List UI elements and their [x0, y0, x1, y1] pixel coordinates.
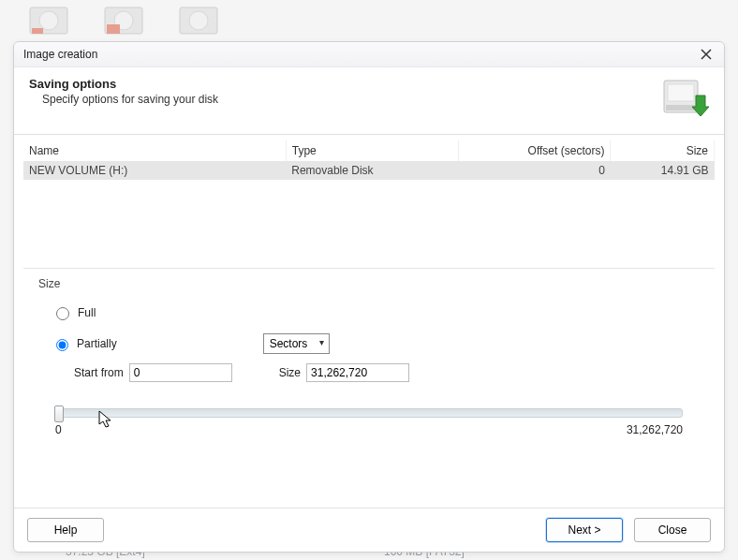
table-row[interactable]: NEW VOLUME (H:) Removable Disk 0 14.91 G…	[23, 161, 715, 180]
radio-full[interactable]	[56, 307, 69, 320]
size-group: Size Full Partially Sectors ▾ Start from	[23, 268, 715, 455]
dialog-footer: Help Next > Close	[14, 508, 724, 552]
disk-table: Name Type Offset (sectors) Size NEW VOLU…	[23, 140, 715, 180]
svg-rect-9	[668, 84, 694, 101]
start-from-input[interactable]	[129, 363, 232, 382]
cell-name: NEW VOLUME (H:)	[23, 161, 286, 180]
close-button[interactable]: Close	[634, 518, 711, 542]
unit-select[interactable]: Sectors	[263, 333, 330, 354]
size-input[interactable]	[306, 363, 409, 382]
col-offset[interactable]: Offset (sectors)	[459, 140, 611, 161]
disk-icon	[178, 4, 219, 37]
slider-min: 0	[55, 423, 62, 436]
subheading: Specify options for saving your disk	[29, 93, 218, 106]
radio-partial-row[interactable]: Partially Sectors ▾	[52, 333, 700, 354]
disk-icon	[103, 4, 144, 37]
svg-point-1	[39, 11, 58, 30]
next-button[interactable]: Next >	[546, 518, 623, 542]
cell-size: 14.91 GB	[611, 161, 715, 180]
disk-icon	[28, 4, 69, 37]
cell-offset: 0	[459, 161, 611, 180]
svg-point-7	[189, 11, 208, 30]
dialog-header: Saving options Specify options for savin…	[14, 67, 724, 135]
table-empty-area	[23, 180, 715, 260]
background-disk-icons	[28, 4, 219, 37]
col-type[interactable]: Type	[286, 140, 458, 161]
col-name[interactable]: Name	[23, 140, 286, 161]
svg-rect-10	[666, 105, 696, 111]
image-creation-dialog: Image creation Saving options Specify op…	[13, 41, 725, 553]
size-label: Size	[279, 366, 301, 379]
col-size[interactable]: Size	[611, 140, 715, 161]
group-label: Size	[38, 277, 700, 290]
svg-rect-5	[107, 24, 120, 34]
svg-rect-2	[32, 28, 43, 34]
radio-full-label: Full	[78, 306, 96, 319]
radio-full-row[interactable]: Full	[52, 304, 700, 320]
titlebar: Image creation	[14, 42, 724, 67]
slider-thumb[interactable]	[54, 405, 64, 422]
cell-type: Removable Disk	[286, 161, 458, 180]
radio-partial-label: Partially	[77, 337, 117, 350]
dialog-title: Image creation	[23, 48, 97, 61]
slider-max: 31,262,720	[627, 423, 683, 436]
close-icon[interactable]	[698, 46, 715, 63]
start-from-label: Start from	[74, 366, 124, 379]
size-slider[interactable]	[55, 408, 683, 418]
help-button[interactable]: Help	[27, 518, 104, 542]
heading: Saving options	[29, 77, 218, 91]
radio-partial[interactable]	[56, 339, 68, 351]
save-disk-icon	[660, 77, 709, 121]
